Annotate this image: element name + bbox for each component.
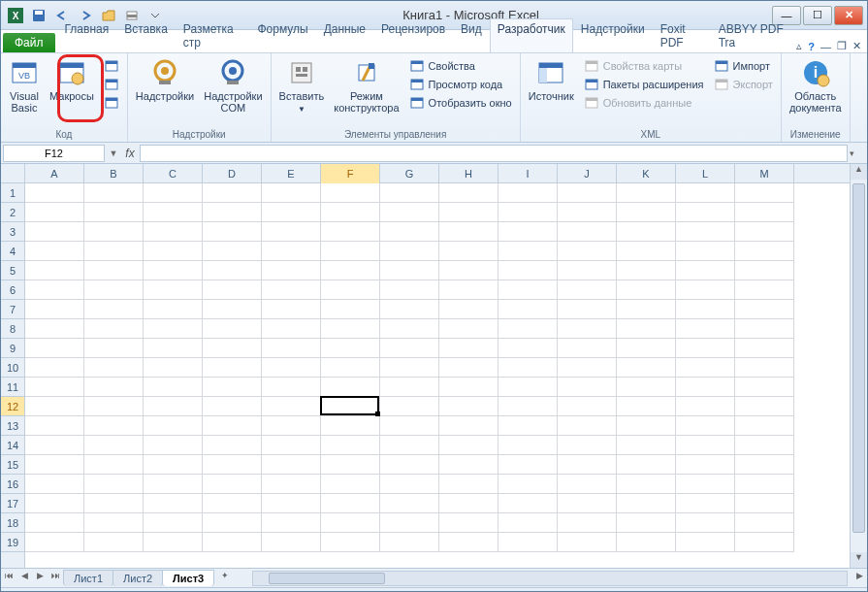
cell[interactable] xyxy=(617,339,676,358)
column-header-F[interactable]: F xyxy=(321,164,380,183)
cell[interactable] xyxy=(558,261,617,280)
row-header-18[interactable]: 18 xyxy=(1,513,24,533)
column-header-B[interactable]: B xyxy=(84,164,144,183)
cell[interactable] xyxy=(380,378,439,397)
cell[interactable] xyxy=(144,280,203,300)
cell[interactable] xyxy=(617,183,676,203)
excel-icon[interactable]: X xyxy=(5,5,26,26)
row-header-15[interactable]: 15 xyxy=(1,455,24,475)
cell[interactable] xyxy=(439,261,498,280)
cell[interactable] xyxy=(498,300,558,319)
cell[interactable] xyxy=(25,513,84,533)
cell[interactable] xyxy=(144,319,203,339)
cell[interactable] xyxy=(25,319,84,339)
cell[interactable] xyxy=(203,222,262,242)
cell[interactable] xyxy=(498,242,558,261)
cell[interactable] xyxy=(144,513,203,533)
cell[interactable] xyxy=(84,455,144,475)
cell[interactable] xyxy=(144,436,203,455)
cell[interactable] xyxy=(380,494,439,513)
cell[interactable] xyxy=(321,183,380,203)
vb-button[interactable]: VBVisualBasic xyxy=(5,55,44,115)
cell[interactable] xyxy=(84,339,144,358)
cell[interactable] xyxy=(262,183,321,203)
maximize-button[interactable]: ☐ xyxy=(803,6,832,25)
cell[interactable] xyxy=(380,203,439,222)
cell[interactable] xyxy=(439,494,498,513)
vertical-scrollbar[interactable]: ▲ ▼ xyxy=(850,164,867,568)
cell[interactable] xyxy=(144,203,203,222)
cell[interactable] xyxy=(84,261,144,280)
formula-input[interactable] xyxy=(140,145,848,162)
cell[interactable] xyxy=(558,183,617,203)
cell[interactable] xyxy=(380,183,439,203)
cell[interactable] xyxy=(25,183,84,203)
cell[interactable] xyxy=(25,533,84,552)
cell[interactable] xyxy=(735,183,794,203)
cell[interactable] xyxy=(262,358,321,378)
sheet-nav-last-icon[interactable]: ⏭ xyxy=(48,571,63,586)
expand-formula-bar-icon[interactable]: ▾ xyxy=(850,148,863,158)
cell[interactable] xyxy=(84,416,144,436)
cell[interactable] xyxy=(617,300,676,319)
cell[interactable] xyxy=(262,397,321,416)
cell[interactable] xyxy=(735,222,794,242)
column-header-K[interactable]: K xyxy=(617,164,676,183)
cell[interactable] xyxy=(25,475,84,494)
cell[interactable] xyxy=(262,378,321,397)
column-header-H[interactable]: H xyxy=(439,164,498,183)
cell[interactable] xyxy=(676,222,735,242)
cell[interactable] xyxy=(144,455,203,475)
cell[interactable] xyxy=(262,203,321,222)
tab-разметка-стр[interactable]: Разметка стр xyxy=(176,18,250,52)
cell[interactable] xyxy=(735,533,794,552)
help-icon[interactable]: ? xyxy=(808,41,815,52)
cell[interactable] xyxy=(439,358,498,378)
cell[interactable] xyxy=(203,183,262,203)
cell[interactable] xyxy=(380,300,439,319)
row-header-16[interactable]: 16 xyxy=(1,475,24,494)
cell[interactable] xyxy=(439,455,498,475)
cell[interactable] xyxy=(262,436,321,455)
horizontal-scroll-thumb[interactable] xyxy=(269,573,385,584)
cell[interactable] xyxy=(498,416,558,436)
cell[interactable] xyxy=(617,261,676,280)
cell[interactable] xyxy=(735,416,794,436)
tab-данные[interactable]: Данные xyxy=(316,18,373,52)
cell[interactable] xyxy=(25,494,84,513)
cell[interactable] xyxy=(203,203,262,222)
cell[interactable] xyxy=(676,203,735,222)
cell[interactable] xyxy=(558,222,617,242)
cell[interactable] xyxy=(84,222,144,242)
viewcode-button[interactable]: Просмотр кода xyxy=(405,76,516,93)
column-header-A[interactable]: A xyxy=(25,164,84,183)
cell[interactable] xyxy=(84,319,144,339)
cell[interactable] xyxy=(144,183,203,203)
cell[interactable] xyxy=(676,494,735,513)
cell[interactable] xyxy=(203,533,262,552)
cell[interactable] xyxy=(321,513,380,533)
cell[interactable] xyxy=(84,533,144,552)
cell[interactable] xyxy=(321,533,380,552)
tab-вид[interactable]: Вид xyxy=(453,18,490,52)
cell[interactable] xyxy=(439,183,498,203)
cell[interactable] xyxy=(262,455,321,475)
row-header-1[interactable]: 1 xyxy=(1,183,24,203)
cell[interactable] xyxy=(735,455,794,475)
cell[interactable] xyxy=(558,455,617,475)
cell[interactable] xyxy=(380,222,439,242)
cell[interactable] xyxy=(558,339,617,358)
cell[interactable] xyxy=(676,416,735,436)
cell[interactable] xyxy=(735,242,794,261)
cell[interactable] xyxy=(676,475,735,494)
cell[interactable] xyxy=(25,280,84,300)
cell[interactable] xyxy=(25,455,84,475)
cell[interactable] xyxy=(203,339,262,358)
cell[interactable] xyxy=(144,242,203,261)
name-box-dropdown-icon[interactable]: ▼ xyxy=(107,148,120,158)
cell[interactable] xyxy=(558,358,617,378)
cell[interactable] xyxy=(439,436,498,455)
security-button[interactable] xyxy=(100,94,123,112)
cell[interactable] xyxy=(617,455,676,475)
cell[interactable] xyxy=(439,397,498,416)
